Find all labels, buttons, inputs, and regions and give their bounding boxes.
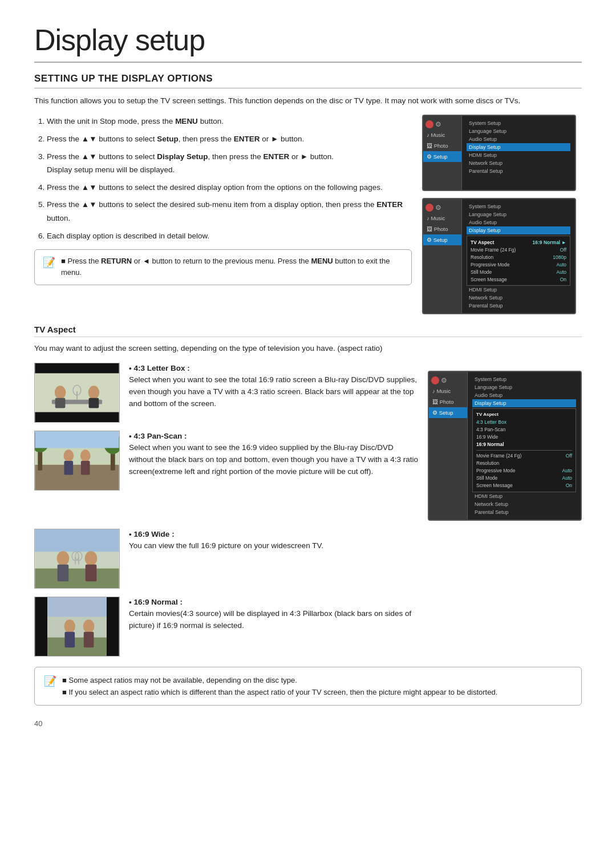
tv-menu-display-2: Display Setup bbox=[467, 226, 570, 234]
aspect-image-letterbox bbox=[34, 363, 120, 423]
tv-menu-audio-3: Audio Setup bbox=[472, 391, 576, 399]
tv-menu-language-2: Language Setup bbox=[467, 210, 570, 218]
tv-sub-aspect: TV Aspect16:9 Normal ► bbox=[471, 238, 566, 246]
aspect-item-panscan: • 4:3 Pan-Scan : Select when you want to… bbox=[34, 431, 420, 491]
tv-sub-frame: Movie Frame (24 Fg)Off bbox=[471, 246, 566, 253]
bottom-note-content: ■ Some aspect ratios may not be availabl… bbox=[62, 674, 497, 699]
step-4: Press the ▲▼ buttons to select the desir… bbox=[47, 181, 412, 194]
tv-menu-system-3: System Setup bbox=[472, 375, 576, 383]
tv-main-1: System Setup Language Setup Audio Setup … bbox=[462, 116, 575, 190]
tv-sidebar-setup-3: ⚙ Setup bbox=[429, 407, 467, 418]
tv-opt-normal: 16:9 Normal bbox=[476, 441, 572, 448]
tv-menu-system: System Setup bbox=[467, 119, 570, 127]
tv-sub-still-2: Still ModeAuto bbox=[476, 475, 572, 482]
svg-rect-19 bbox=[64, 460, 73, 475]
tv-sidebar-music-2: ♪ Music bbox=[423, 213, 461, 224]
aspect-image-panscan bbox=[34, 431, 120, 491]
bottom-note-icon: 📝 bbox=[44, 675, 56, 687]
page-title: Display setup bbox=[34, 23, 582, 63]
tv-main-2: System Setup Language Setup Audio Setup … bbox=[462, 199, 575, 313]
svg-rect-30 bbox=[86, 564, 97, 581]
aspect-bullet-panscan: • 4:3 Pan-Scan : bbox=[129, 432, 187, 440]
tv-menu-parental: Parental Setup bbox=[467, 167, 570, 175]
tv-sub-message: Screen MessageOn bbox=[471, 275, 566, 283]
tv-icon-disc bbox=[425, 120, 433, 128]
aspect-wide-text: You can view the full 16:9 picture on yo… bbox=[129, 541, 323, 550]
tv-menu-parental-2: Parental Setup bbox=[467, 302, 570, 310]
tv-icon-disc-3 bbox=[431, 376, 439, 384]
aspect-bullet-wide: • 16:9 Wide : bbox=[129, 530, 175, 538]
svg-rect-25 bbox=[35, 529, 119, 552]
tv-sidebar-music-3: ♪ Music bbox=[429, 386, 467, 396]
tv-sub-progressive: Progressive ModeAuto bbox=[471, 261, 566, 268]
tv-sidebar-photo: 🖼 Photo bbox=[423, 140, 461, 151]
tv-menu-network: Network Setup bbox=[467, 159, 570, 167]
tv-icon-gear-2: ⚙ bbox=[435, 204, 441, 212]
svg-point-5 bbox=[55, 386, 66, 399]
aspect-image-normal bbox=[34, 597, 120, 656]
svg-rect-1 bbox=[35, 363, 119, 374]
aspect-bullet-letterbox: • 4:3 Letter Box : bbox=[129, 364, 190, 372]
svg-rect-2 bbox=[35, 412, 119, 422]
steps-and-screens: With the unit in Stop mode, press the ME… bbox=[34, 115, 582, 314]
tv-sub-msg-2: Screen MessageOn bbox=[476, 482, 572, 489]
aspect-left-col: • 4:3 Letter Box : Select when you want … bbox=[34, 363, 420, 521]
tv-icon-gear: ⚙ bbox=[435, 120, 441, 128]
aspect-desc-wide: • 16:9 Wide : You can view the full 16:9… bbox=[129, 529, 419, 553]
tv-sidebar-music: ♪ Music bbox=[423, 129, 461, 140]
aspect-desc-letterbox: • 4:3 Letter Box : Select when you want … bbox=[129, 363, 420, 411]
aspect-desc-panscan: • 4:3 Pan-Scan : Select when you want to… bbox=[129, 431, 420, 479]
tv-sidebar-1: ⚙ ♪ Music 🖼 Photo ⚙ Setup bbox=[423, 116, 462, 190]
svg-point-7 bbox=[88, 386, 100, 399]
tv-menu-hdmi: HDMI Setup bbox=[467, 151, 570, 159]
tv-sub-prog-2: Progressive ModeAuto bbox=[476, 467, 572, 475]
page-number: 40 bbox=[34, 719, 582, 728]
step-5: Press the ▲▼ buttons to select the desir… bbox=[47, 198, 412, 225]
bottom-note-1: Some aspect ratios may not be available,… bbox=[68, 676, 297, 684]
aspect-intro: You may want to adjust the screen settin… bbox=[34, 343, 582, 354]
tv-sub-panel-1: TV Aspect16:9 Normal ► Movie Frame (24 F… bbox=[467, 236, 570, 286]
tv-menu-network-3: Network Setup bbox=[472, 500, 576, 508]
tv-sidebar-photo-2: 🖼 Photo bbox=[423, 224, 461, 234]
step-3-extra: Display setup menu will be displayed. bbox=[47, 165, 175, 174]
step-6: Each display option is described in deta… bbox=[47, 229, 412, 243]
tv-aspect-section: TV Aspect You may want to adjust the scr… bbox=[34, 325, 582, 656]
svg-rect-45 bbox=[84, 631, 94, 647]
screens-column: ⚙ ♪ Music 🖼 Photo ⚙ Setup System Setup L… bbox=[422, 115, 582, 314]
tv-opt-panscan: 4:3 Pan-Scan bbox=[476, 426, 572, 433]
intro-text: This function allows you to setup the TV… bbox=[34, 95, 582, 107]
bottom-note-2: If you select an aspect ratio which is d… bbox=[68, 688, 497, 696]
svg-rect-6 bbox=[55, 398, 66, 408]
tv-menu-language: Language Setup bbox=[467, 127, 570, 135]
aspect-image-wide bbox=[34, 529, 120, 589]
aspect-item-normal: • 16:9 Normal : Certain movies(4:3 sourc… bbox=[34, 597, 582, 656]
tv-menu-audio-2: Audio Setup bbox=[467, 218, 570, 226]
tv-main-3: System Setup Language Setup Audio Setup … bbox=[468, 372, 581, 520]
bottom-note-box: 📝 ■ Some aspect ratios may not be availa… bbox=[34, 667, 582, 706]
tv-sidebar-setup-2: ⚙ Setup bbox=[423, 234, 461, 245]
tv-menu-audio: Audio Setup bbox=[467, 135, 570, 143]
tv-sub-panel-2: TV Aspect 4:3 Letter Box 4:3 Pan-Scan 16… bbox=[472, 408, 576, 492]
svg-rect-38 bbox=[107, 597, 119, 656]
tv-sub-res-2: Resolution bbox=[476, 460, 572, 467]
aspect-item-wide: • 16:9 Wide : You can view the full 16:9… bbox=[34, 529, 582, 589]
note-box-1: 📝 ■ Press the RETURN or ◄ button to retu… bbox=[34, 249, 412, 285]
svg-point-27 bbox=[57, 551, 70, 566]
svg-rect-21 bbox=[81, 460, 90, 475]
step-2: Press the ▲▼ buttons to select Setup, th… bbox=[47, 132, 412, 146]
tv-divider bbox=[476, 450, 572, 451]
svg-point-29 bbox=[85, 551, 98, 566]
aspect-desc-normal: • 16:9 Normal : Certain movies(4:3 sourc… bbox=[129, 597, 419, 633]
tv-aspect-title: TV Aspect bbox=[34, 325, 582, 337]
tv-menu-hdmi-3: HDMI Setup bbox=[472, 492, 576, 500]
svg-point-20 bbox=[80, 449, 91, 462]
tv-screen-1: ⚙ ♪ Music 🖼 Photo ⚙ Setup System Setup L… bbox=[422, 115, 576, 191]
tv-screen-3: ⚙ ♪ Music 🖼 Photo ⚙ Setup System Setup L… bbox=[428, 371, 582, 521]
tv-sub-frame-2: Movie Frame (24 Fg)Off bbox=[476, 452, 572, 460]
svg-rect-8 bbox=[89, 398, 99, 408]
tv-screen-2: ⚙ ♪ Music 🖼 Photo ⚙ Setup System Setup L… bbox=[422, 198, 576, 314]
steps-column: With the unit in Stop mode, press the ME… bbox=[34, 115, 412, 314]
svg-rect-22 bbox=[35, 431, 119, 448]
svg-rect-40 bbox=[47, 597, 107, 617]
tv-sub-still: Still ModeAuto bbox=[471, 268, 566, 275]
